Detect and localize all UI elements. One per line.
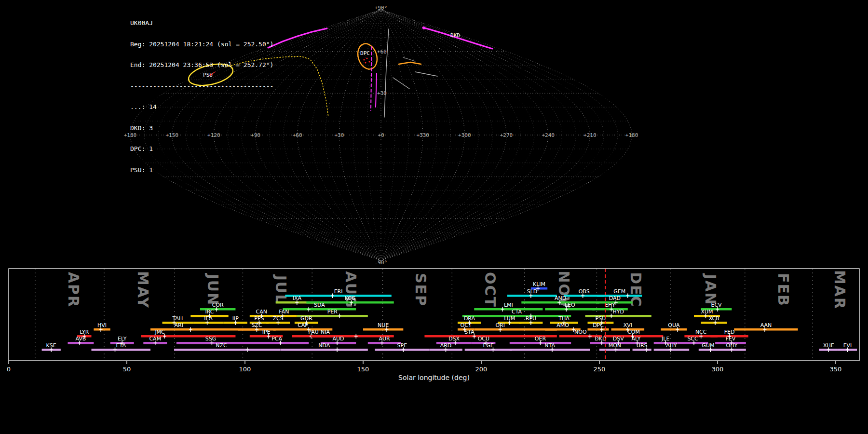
- shower-bar-eta: [92, 349, 151, 351]
- shower-label-ocu: OCU: [478, 336, 489, 342]
- x-axis-title: Solar longitude (deg): [398, 374, 470, 381]
- shower-label-xhe: XHE: [823, 342, 834, 349]
- shower-label-rpu: RPU: [526, 315, 536, 322]
- grid-meridian: [353, 10, 381, 260]
- shower-label-pps: PPS: [254, 315, 264, 322]
- shower-label-ixa: IXA: [293, 295, 302, 301]
- shower-label-amo: AMO: [556, 322, 569, 328]
- x-tick-label: 350: [830, 366, 842, 373]
- shower-label-nda: NDA: [318, 342, 330, 349]
- count-sporadic: ...: 14: [130, 104, 273, 111]
- shower-label-iea: IEA: [204, 315, 213, 322]
- shower-label-tha: THA: [558, 315, 570, 322]
- shower-bar-leo: [545, 308, 595, 311]
- month-label-feb: FEB: [775, 273, 792, 307]
- pole-label-south: -90°: [375, 259, 388, 266]
- x-tick-label: 100: [239, 366, 251, 373]
- shower-label-pau: PAU: [308, 329, 319, 335]
- lon-label: +270: [500, 132, 513, 138]
- observation-header: UK00AJ Beg: 20251204 18:21:24 (sol = 252…: [130, 6, 273, 188]
- shower-label-ipe: IPE: [262, 329, 271, 335]
- dkd-meteor-2: [376, 73, 377, 107]
- shower-label-gum: GUM: [702, 342, 714, 349]
- shower-label-evi: EVI: [843, 342, 852, 349]
- shower-label-fev: FEV: [726, 336, 736, 342]
- shower-bar-lmi: [474, 308, 542, 311]
- shower-label-dpc: DPC: [593, 322, 604, 328]
- month-label-sep: SEP: [412, 273, 429, 307]
- shower-label-psu: PSU: [596, 315, 606, 322]
- shower-label-scc: SCC: [687, 336, 698, 342]
- count-psu: PSU: 1: [130, 167, 273, 174]
- sporadic-track-orange: [399, 62, 421, 64]
- dkd-track-head: [422, 27, 425, 29]
- station-id: UK00AJ: [130, 20, 273, 27]
- shower-label-gdr: GDR: [300, 315, 312, 322]
- lon-label: +180: [625, 132, 638, 138]
- shower-label-ohy: OHY: [726, 342, 738, 349]
- shower-bar-cta: [462, 315, 571, 317]
- month-label-apr: APR: [65, 272, 82, 308]
- lon-label: +240: [542, 132, 555, 138]
- shower-bar-nue: [363, 328, 403, 331]
- shower-label-ege: EGE: [483, 342, 493, 349]
- shower-label-qua: QUA: [668, 322, 680, 328]
- lon-label: +60: [293, 132, 302, 138]
- shower-label-ahy: AHY: [666, 342, 677, 349]
- shower-bar-nta: [510, 349, 590, 351]
- month-label-jul: JUL: [272, 274, 289, 305]
- shower-label-aur: AUR: [379, 336, 390, 342]
- dpc-meteors: [365, 62, 366, 63]
- dpc-meteors: [366, 57, 367, 59]
- count-dkd: DKD: 3: [130, 125, 273, 132]
- shower-label-cor: COR: [212, 302, 224, 308]
- shower-label-lum: LUM: [504, 315, 515, 322]
- shower-label-sta: STA: [464, 329, 475, 335]
- radiant-label-dpc: DPC: [360, 50, 370, 56]
- end-time: End: 20251204 23:36:53 (sol = 252.72°): [130, 62, 273, 69]
- shower-label-dsx: DSX: [448, 336, 460, 342]
- header-separator: --------------------------------------: [130, 83, 273, 90]
- dpc-meteors: [363, 59, 365, 60]
- pole-label-north: +90°: [375, 5, 388, 11]
- shower-bar-qua: [661, 328, 687, 331]
- shower-bar-pca: [245, 342, 309, 344]
- shower-label-nzc: NZC: [216, 342, 227, 349]
- shower-label-jle: JLE: [661, 336, 669, 342]
- shower-label-lyr: LYR: [80, 329, 89, 335]
- x-tick-label: 200: [475, 366, 488, 373]
- grid-meridian: [312, 10, 381, 260]
- lon-label: +330: [416, 132, 429, 138]
- shower-bar-urs: [633, 349, 651, 351]
- shower-label-jmc: JMC: [154, 329, 165, 335]
- shower-label-iip: IIP: [232, 315, 239, 322]
- shower-label-pca: PCA: [271, 336, 282, 342]
- x-tick-label: 50: [123, 366, 131, 373]
- shower-label-oer: OER: [535, 336, 546, 342]
- shower-label-oct: OCT: [461, 322, 472, 328]
- shower-label-aly: ALY: [631, 336, 640, 342]
- shower-label-ecv: ECV: [711, 302, 722, 308]
- shower-label-ncc: NCC: [695, 329, 707, 335]
- shower-label-spe: SPE: [397, 342, 407, 349]
- month-label-jun: JUN: [204, 273, 221, 306]
- month-label-mar: MAR: [831, 270, 848, 310]
- shower-label-aud: AUD: [333, 336, 344, 342]
- shower-label-zcs: ZCS: [272, 315, 283, 322]
- shower-label-dsv: DSV: [613, 336, 624, 342]
- shower-label-ori: ORI: [495, 322, 505, 328]
- dpc-meteors: [368, 61, 370, 62]
- sporadic-track-gray-2: [393, 78, 409, 89]
- shower-label-leo: LEO: [565, 302, 575, 308]
- month-label-oct: OCT: [482, 272, 499, 308]
- shower-label-can: CAN: [256, 309, 267, 315]
- count-dpc: DPC: 1: [130, 146, 273, 153]
- shower-label-klim: KLIM: [533, 281, 545, 287]
- shower-label-hyd: HYD: [612, 309, 624, 315]
- shower-label-xcb: XCB: [709, 315, 719, 322]
- dkd-meteor-1: [371, 47, 372, 110]
- shower-label-per: PER: [327, 309, 338, 315]
- activity-timeline-chart: APRMAYJUNJULAUGSEPOCTNOVDECJANFEBMARKLIM…: [0, 268, 868, 434]
- radiant-map-page: +180+150+120+90+60+30+0+330+300+270+240+…: [0, 0, 868, 434]
- shower-label-eri: ERI: [334, 288, 343, 295]
